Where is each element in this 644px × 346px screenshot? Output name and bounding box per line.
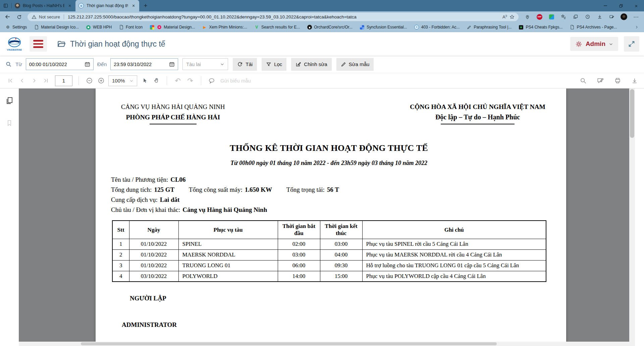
national-motto-2: Độc lập – Tự do – Hạnh Phúc xyxy=(410,113,545,121)
search-document-button[interactable] xyxy=(580,77,587,84)
admin-label: Admin xyxy=(586,40,605,48)
browser-essentials-icon[interactable] xyxy=(546,12,557,21)
annotate-button[interactable] xyxy=(597,77,604,84)
org-name: CẢNG VỤ HÀNG HẢI QUẢNG NINH xyxy=(121,103,225,111)
page-number-input[interactable]: 1 xyxy=(55,75,72,86)
chevron-down-icon xyxy=(220,62,224,66)
page-title: Thời gian hoạt động thực tế xyxy=(70,40,165,49)
select-cursor-tool[interactable] xyxy=(140,77,149,84)
zoom-level-select[interactable]: 100% xyxy=(108,75,137,86)
creator-name: ADMINISTRATOR xyxy=(122,321,547,329)
refresh-icon xyxy=(237,61,243,67)
vertical-scrollbar[interactable] xyxy=(629,89,635,346)
back-button[interactable] xyxy=(3,12,13,21)
favorite-star-icon[interactable] xyxy=(509,14,515,19)
hamburger-menu-button[interactable] xyxy=(30,36,47,52)
bookmark-web-hph[interactable]: WEB HPH xyxy=(86,25,112,30)
vertical-scrollbar-thumb[interactable] xyxy=(630,89,634,138)
admin-menu-button[interactable]: Admin xyxy=(570,37,618,51)
favorites-bar-icon[interactable] xyxy=(558,12,569,21)
zoom-out-button[interactable] xyxy=(85,77,94,84)
next-page-button[interactable] xyxy=(30,77,38,84)
table-row: 201/10/2022MAERSK NORDDAL03:0004:00Phục … xyxy=(112,249,546,260)
tab-close-icon[interactable]: × xyxy=(67,3,72,8)
address-bar[interactable]: Not secure 125.212.237.225:5000/baocao/t… xyxy=(28,13,519,21)
edit-button[interactable]: Chỉnh sửa xyxy=(291,58,331,71)
bookmark-paraphrasing[interactable]: Paraphrasing Tool |... xyxy=(467,25,512,30)
toolbar-divider xyxy=(167,76,167,85)
previous-page-button[interactable] xyxy=(18,77,26,84)
play-icon: ▶ xyxy=(202,25,207,30)
blog-favicon xyxy=(15,3,20,8)
adblock-plus-icon[interactable]: ABP xyxy=(534,12,545,21)
tab-blog-posts[interactable]: Blog Posts ‹ HaiNH's Blog — Wo × xyxy=(12,0,75,11)
not-secure-label: Not secure xyxy=(39,14,60,19)
to-date-value: 23:59 03/10/2022 xyxy=(114,62,169,67)
read-aloud-icon[interactable]: A)) xyxy=(502,14,507,19)
grid-icon xyxy=(360,25,365,30)
vinamarine-logo[interactable]: VINAMARINE xyxy=(5,34,24,54)
bookmark-material-design[interactable]: Material Design... xyxy=(150,25,195,30)
thumbnails-panel-icon[interactable] xyxy=(5,97,13,105)
new-tab-button[interactable]: + xyxy=(141,1,151,11)
activity-table: Stt Ngày Phục vụ tàu Thời gian bắt đầu T… xyxy=(112,220,546,282)
horizontal-scrollbar-thumb[interactable] xyxy=(81,342,497,345)
more-options-icon[interactable]: ⋯ xyxy=(631,12,641,21)
github-icon xyxy=(307,25,312,30)
fullscreen-button[interactable] xyxy=(624,36,639,52)
bookmarks-panel-icon[interactable] xyxy=(6,119,13,127)
navigation-bar: Not secure 125.212.237.225:5000/baocao/t… xyxy=(0,11,644,22)
comment-button[interactable] xyxy=(207,77,216,84)
calendar-icon[interactable] xyxy=(169,61,175,67)
first-page-button[interactable] xyxy=(6,77,15,84)
redo-button[interactable]: ↷ xyxy=(185,77,195,85)
report-toolbar: 1 100% ↶ ↷ Gửi biểu mẫu xyxy=(0,73,644,89)
reload-button[interactable]: Tải xyxy=(233,58,257,71)
tab-bar: Blog Posts ‹ HaiNH's Blog — Wo × ≋ Thời … xyxy=(0,0,644,11)
bookmark-ps4-cheats[interactable]: PS4 Cheats Fpkgs... xyxy=(519,25,562,30)
refresh-button[interactable] xyxy=(14,12,24,21)
undo-button[interactable]: ↶ xyxy=(173,77,182,85)
restore-button[interactable] xyxy=(613,0,629,11)
chevron-down-icon xyxy=(129,79,133,83)
bookmark-ps4-archives[interactable]: PS4 Archives - Page... xyxy=(570,25,617,30)
browser-window: Blog Posts ‹ HaiNH's Blog — Wo × ≋ Thời … xyxy=(0,0,644,346)
history-icon[interactable] xyxy=(582,12,593,21)
minimize-button[interactable] xyxy=(598,0,613,11)
creator-title: NGƯỜI LẬP xyxy=(130,295,547,302)
bookmarks-overflow-chevron[interactable] xyxy=(635,25,639,29)
from-date-input[interactable]: 00:00 01/10/2022 xyxy=(26,58,94,70)
pin-icon[interactable] xyxy=(522,12,533,21)
filter-button[interactable]: Lọc xyxy=(262,58,286,71)
downloads-icon[interactable] xyxy=(594,12,605,21)
not-secure-warning-icon xyxy=(32,14,37,19)
bookmark-material-design-ico[interactable]: Material Design Ico... xyxy=(34,25,79,30)
bookmark-search-results[interactable]: VSearch results for E... xyxy=(254,25,300,30)
print-button[interactable] xyxy=(614,77,621,84)
bookmark-font-icon[interactable]: Font Icon xyxy=(119,25,143,30)
profile-avatar[interactable] xyxy=(619,12,629,21)
collections-icon[interactable] xyxy=(570,12,581,21)
horizontal-scrollbar[interactable] xyxy=(19,342,629,346)
web-capture-icon[interactable] xyxy=(606,12,617,21)
bookmarks-bar: ⚙Settings Material Design Ico... WEB HPH… xyxy=(0,22,644,32)
tab-actions-button[interactable] xyxy=(0,0,11,11)
download-report-button[interactable] xyxy=(631,77,638,84)
close-button[interactable]: × xyxy=(629,0,644,11)
tab-close-icon[interactable]: × xyxy=(131,3,136,8)
calendar-icon[interactable] xyxy=(85,61,90,67)
bookmark-syncfusion[interactable]: Syncfusion Essential... xyxy=(360,25,407,30)
filter-bar: Từ 00:00 01/10/2022 Đến 23:59 03/10/2022… xyxy=(0,56,644,73)
zoom-in-button[interactable] xyxy=(97,77,105,84)
to-date-input[interactable]: 23:59 03/10/2022 xyxy=(110,58,178,70)
bookmark-403-forbidden[interactable]: ≋403 - Forbidden: Ac... xyxy=(414,25,460,30)
last-page-button[interactable] xyxy=(41,77,50,84)
bookmark-xem-phim[interactable]: ▶Xem Phim Minions:... xyxy=(202,25,247,30)
edit-template-button[interactable]: Sửa mẫu xyxy=(336,58,374,71)
bookmark-orchardcore[interactable]: OrchardCore/src/Or... xyxy=(307,25,353,30)
tab-report-active[interactable]: ≋ Thời gian hoạt động thực tế × xyxy=(75,0,139,11)
bookmark-settings[interactable]: ⚙Settings xyxy=(5,25,27,30)
page-icon xyxy=(34,25,39,30)
vehicle-select[interactable]: Tàu lai xyxy=(182,58,228,70)
pan-hand-tool[interactable] xyxy=(152,77,161,84)
